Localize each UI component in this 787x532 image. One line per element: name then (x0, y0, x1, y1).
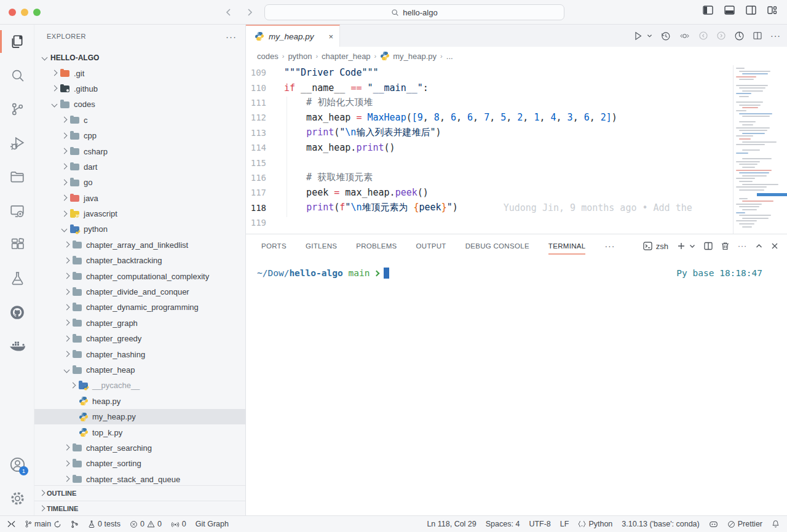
chevron-right-icon[interactable] (59, 131, 69, 141)
chevron-right-icon[interactable] (61, 349, 71, 359)
code-line-113[interactable]: 113 print("\n输入列表并建堆后") (246, 125, 787, 140)
panel-tab-output[interactable]: OUTPUT (416, 234, 446, 258)
panel-tab-debug-console[interactable]: DEBUG CONSOLE (465, 234, 529, 258)
tree-folder-chapter-divide-and-conquer[interactable]: chapter_divide_and_conquer (34, 284, 246, 300)
status-encoding[interactable]: UTF-8 (529, 520, 550, 528)
maximize-panel-icon[interactable] (756, 244, 762, 248)
chevron-down-icon[interactable] (39, 53, 49, 63)
layout-panel-icon[interactable] (724, 6, 735, 15)
tree-folder--git[interactable]: .git (34, 65, 246, 81)
kill-terminal-trash-icon[interactable] (721, 242, 729, 250)
tree-folder-go[interactable]: go (34, 175, 246, 190)
tree-folder-chapter-graph[interactable]: chapter_graph (34, 316, 246, 331)
status-language[interactable]: Python (578, 520, 612, 528)
code-line-111[interactable]: 111 # 初始化大顶堆 (246, 95, 787, 110)
status-eol[interactable]: LF (560, 520, 569, 528)
chevron-right-icon[interactable] (61, 443, 71, 453)
timeline-section[interactable]: TIMELINE (34, 501, 246, 515)
breadcrumb-item[interactable]: my_heap.py (380, 51, 437, 61)
code-line-110[interactable]: 110if __name__ == "__main__": (246, 80, 787, 95)
layout-sidebar-left-icon[interactable] (703, 6, 713, 15)
panel-tab-ports[interactable]: PORTS (261, 234, 287, 258)
chevron-right-icon[interactable] (59, 162, 69, 172)
terminal-instance-chip[interactable]: zsh (643, 242, 668, 251)
layout-customize-icon[interactable] (767, 6, 777, 15)
code-line-119[interactable]: 119 (246, 215, 787, 230)
chevron-right-icon[interactable] (61, 318, 71, 328)
status-prettier[interactable]: Prettier (727, 520, 762, 528)
status-git-graph-btn[interactable] (71, 520, 79, 528)
code-editor[interactable]: 109"""Driver Code"""110if __name__ == "_… (246, 65, 787, 234)
outline-section[interactable]: OUTLINE (34, 485, 246, 501)
code-line-115[interactable]: 115 (246, 155, 787, 170)
status-notifications[interactable] (772, 520, 780, 528)
command-center-search[interactable]: hello-algo (264, 4, 564, 20)
status-ports[interactable]: 0 (171, 520, 186, 528)
code-line-118[interactable]: 118 print(f"\n堆顶元素为 {peek}")Yudong Jin, … (246, 200, 787, 215)
tree-folder-javascript[interactable]: JSjavascript (34, 206, 246, 221)
tree-folder-cpp[interactable]: cpp (34, 128, 246, 143)
chevron-right-icon[interactable] (59, 178, 69, 188)
chevron-right-icon[interactable] (49, 68, 59, 78)
code-line-112[interactable]: 112 max_heap = MaxHeap([9, 8, 6, 6, 7, 5… (246, 110, 787, 125)
zoom-window-button[interactable] (33, 9, 41, 16)
chevron-right-icon[interactable] (59, 146, 69, 156)
status-cursor-position[interactable]: Ln 118, Col 29 (427, 520, 476, 528)
tree-file-top-k-py[interactable]: top_k.py (34, 424, 246, 440)
chevron-right-icon[interactable] (61, 287, 71, 297)
activity-settings-icon[interactable] (0, 482, 34, 515)
split-terminal-icon[interactable] (704, 242, 713, 250)
code-line-109[interactable]: 109"""Driver Code""" (246, 65, 787, 80)
tree-folder--github[interactable]: .github (34, 81, 246, 97)
heatmap-icon[interactable] (734, 31, 745, 41)
activity-run-debug-icon[interactable] (0, 126, 34, 160)
tree-folder--pycache-[interactable]: __pycache__ (34, 378, 246, 393)
chevron-right-icon[interactable] (61, 303, 71, 312)
tree-folder-chapter-sorting[interactable]: chapter_sorting (34, 456, 246, 471)
tree-folder-java[interactable]: java (34, 191, 246, 206)
activity-source-control-icon[interactable] (0, 92, 34, 126)
run-icon[interactable] (633, 31, 643, 41)
activity-docker-icon[interactable] (0, 329, 34, 363)
explorer-more-actions-icon[interactable]: ··· (226, 31, 237, 42)
chevron-right-icon[interactable] (59, 209, 69, 219)
activity-testing-icon[interactable] (0, 261, 34, 295)
panel-tabs-more-icon[interactable]: ··· (604, 241, 615, 251)
file-history-icon[interactable] (660, 31, 671, 41)
status-interpreter[interactable]: 3.10.13 ('base': conda) (622, 520, 699, 528)
tree-folder-codes[interactable]: codes (34, 97, 246, 112)
close-tab-icon[interactable]: × (328, 32, 333, 41)
chevron-down-icon[interactable] (61, 365, 71, 375)
chevron-right-icon[interactable] (61, 271, 71, 281)
activity-github-icon[interactable] (0, 295, 34, 329)
minimap[interactable] (733, 65, 787, 234)
back-arrow-icon[interactable] (223, 6, 235, 19)
split-editor-icon[interactable] (753, 31, 762, 41)
chevron-right-icon[interactable] (61, 256, 71, 266)
tree-folder-csharp[interactable]: csharp (34, 143, 246, 159)
open-changes-icon[interactable] (679, 31, 690, 41)
chevron-right-icon[interactable] (59, 115, 69, 125)
chevron-right-icon[interactable] (49, 84, 59, 93)
activity-accounts-icon[interactable]: 1 (0, 448, 34, 482)
breadcrumb-item[interactable]: codes (257, 52, 279, 61)
status-remote[interactable] (7, 520, 15, 528)
activity-explorer-icon[interactable] (0, 25, 34, 58)
tree-folder-c[interactable]: c (34, 113, 246, 128)
status-git-graph-label[interactable]: Git Graph (196, 520, 229, 528)
chevron-right-icon[interactable] (61, 334, 71, 344)
activity-extensions-icon[interactable] (0, 228, 34, 261)
tree-folder-chapter-greedy[interactable]: chapter_greedy (34, 331, 246, 346)
status-branch[interactable]: main (25, 520, 61, 528)
chevron-right-icon[interactable] (61, 240, 71, 250)
activity-search-icon[interactable] (0, 58, 34, 92)
panel-tab-gitlens[interactable]: GITLENS (306, 234, 337, 258)
code-line-116[interactable]: 116 # 获取堆顶元素 (246, 170, 787, 185)
terminal-dropdown-icon[interactable] (689, 244, 695, 248)
chevron-down-icon[interactable] (59, 224, 69, 234)
tree-folder-chapter-searching[interactable]: chapter_searching (34, 440, 246, 456)
tree-folder-python[interactable]: python (34, 221, 246, 237)
layout-sidebar-right-icon[interactable] (746, 6, 756, 15)
chevron-right-icon[interactable] (59, 193, 69, 203)
more-icon[interactable]: ··· (770, 31, 781, 41)
